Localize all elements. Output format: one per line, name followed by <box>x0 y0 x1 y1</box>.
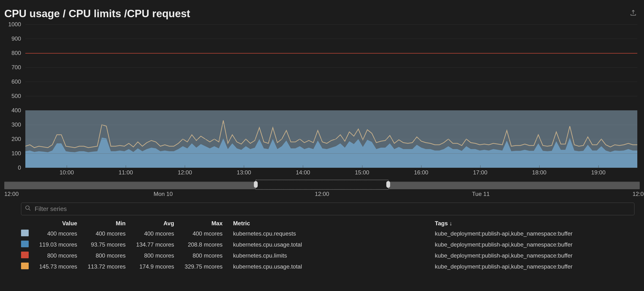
scrubber-handle-right[interactable] <box>386 181 390 188</box>
series-color-swatch <box>21 252 29 258</box>
series-color-swatch <box>21 241 29 247</box>
cell-tags: kube_deployment:publish-api,kube_namespa… <box>430 239 578 250</box>
cell-max: 800 mcores <box>179 250 228 261</box>
svg-point-0 <box>26 206 29 209</box>
cell-metric: kubernetes.cpu.usage.total <box>228 239 430 250</box>
table-row[interactable]: 119.03 mcores93.75 mcores134.77 mcores20… <box>16 239 578 250</box>
svg-line-1 <box>29 209 30 211</box>
cell-max: 329.75 mcores <box>179 261 228 272</box>
cell-value: 800 mcores <box>34 250 82 261</box>
cell-tags: kube_deployment:publish-api,kube_namespa… <box>430 250 578 261</box>
col-value[interactable]: Value <box>34 219 82 228</box>
cell-metric: kubernetes.cpu.limits <box>228 250 430 261</box>
cell-max: 400 mcores <box>179 228 228 239</box>
cell-metric: kubernetes.cpu.requests <box>228 228 430 239</box>
cell-tags: kube_deployment:publish-api,kube_namespa… <box>430 228 578 239</box>
cell-min: 800 mcores <box>82 250 131 261</box>
col-tags[interactable]: Tags ↓ <box>430 219 578 228</box>
cell-avg: 400 mcores <box>131 228 180 239</box>
table-row[interactable]: 800 mcores800 mcores800 mcores800 mcores… <box>16 250 578 261</box>
cell-avg: 134.77 mcores <box>131 239 180 250</box>
cell-value: 119.03 mcores <box>34 239 82 250</box>
cell-metric: kubernetes.cpu.usage.total <box>228 261 430 272</box>
cell-min: 400 mcores <box>82 228 131 239</box>
series-table: Value Min Avg Max Metric Tags ↓ 400 mcor… <box>16 219 644 272</box>
cell-tags: kube_deployment:publish-api,kube_namespa… <box>430 261 578 272</box>
scrubber-labels: 12:00Mon 1012:00Tue 1112:00 <box>4 191 640 199</box>
scrubber-window[interactable] <box>255 180 389 190</box>
series-color-swatch <box>21 230 29 236</box>
col-metric[interactable]: Metric <box>228 219 430 228</box>
col-avg[interactable]: Avg <box>131 219 180 228</box>
cell-max: 208.8 mcores <box>179 239 228 250</box>
search-icon <box>25 205 31 213</box>
table-row[interactable]: 145.73 mcores113.72 mcores174.9 mcores32… <box>16 261 578 272</box>
series-color-swatch <box>21 263 29 269</box>
scrubber-handle-left[interactable] <box>254 181 258 188</box>
cell-min: 93.75 mcores <box>82 239 131 250</box>
export-icon[interactable] <box>630 9 637 18</box>
cell-min: 113.72 mcores <box>82 261 131 272</box>
cell-avg: 174.9 mcores <box>131 261 180 272</box>
cell-avg: 800 mcores <box>131 250 180 261</box>
cell-value: 400 mcores <box>34 228 82 239</box>
col-min[interactable]: Min <box>82 219 131 228</box>
col-max[interactable]: Max <box>179 219 228 228</box>
time-scrubber[interactable] <box>4 182 640 189</box>
table-row[interactable]: 400 mcores400 mcores400 mcores400 mcores… <box>16 228 578 239</box>
main-chart[interactable]: 01002003004005006007008009001000 <box>4 24 640 168</box>
filter-series-input[interactable] <box>21 203 634 215</box>
cell-value: 145.73 mcores <box>34 261 82 272</box>
x-axis-labels: 10:0011:0012:0013:0014:0015:0016:0017:00… <box>25 168 640 179</box>
page-title: CPU usage / CPU limits /CPU request <box>4 8 190 19</box>
y-axis-labels: 01002003004005006007008009001000 <box>4 24 21 168</box>
